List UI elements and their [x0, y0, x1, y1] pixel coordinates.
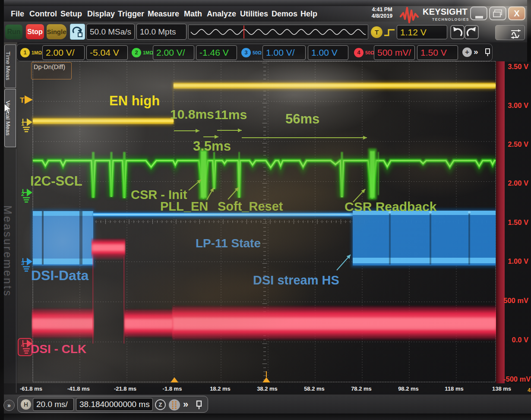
svg-text:2: 2 [21, 191, 24, 197]
svg-text:T: T [20, 96, 25, 104]
svg-text:1: 1 [21, 120, 24, 127]
svg-text:4: 4 [21, 342, 25, 348]
svg-text:3: 3 [21, 260, 24, 266]
